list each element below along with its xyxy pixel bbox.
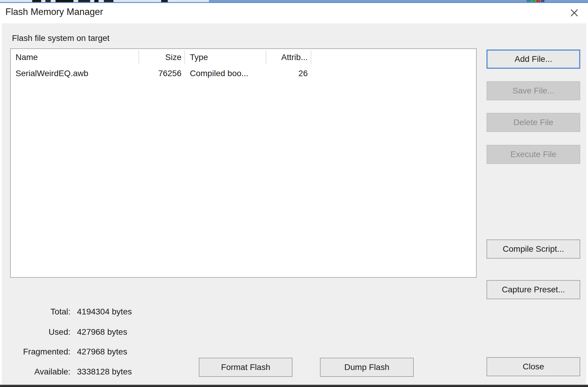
stat-used-label: Used: [0, 327, 70, 337]
artifact-fragment [56, 0, 73, 2]
close-button[interactable] [566, 5, 583, 21]
column-header-size[interactable]: Size [139, 49, 185, 66]
artifact-fragment [161, 0, 168, 2]
add-file-button[interactable]: Add File... [487, 50, 580, 69]
file-list-group-label: Flash file system on target [12, 33, 110, 43]
artifact-fragment [532, 0, 535, 2]
cell-file-size: 76256 [139, 69, 185, 78]
table-row[interactable]: SerialWeirdEQ.awb 76256 Compiled boo... … [11, 66, 476, 81]
column-header-attrib[interactable]: Attrib... [266, 49, 311, 66]
column-header-type[interactable]: Type [185, 49, 266, 66]
cell-file-type: Compiled boo... [185, 69, 266, 78]
artifact-fragment [94, 0, 98, 2]
compile-script-button[interactable]: Compile Script... [487, 239, 580, 259]
artifact-blue-line [0, 2, 588, 3]
close-dialog-button[interactable]: Close [487, 357, 580, 376]
delete-file-button[interactable]: Delete File [487, 113, 580, 132]
cell-file-attrib: 26 [266, 69, 311, 78]
bottom-window-edge [0, 385, 588, 387]
execute-file-button[interactable]: Execute File [487, 145, 580, 164]
artifact-fragment [32, 0, 41, 2]
stat-total-value: 4194304 bytes [77, 307, 132, 317]
column-header-filler [311, 49, 476, 66]
stat-available-value: 3338128 bytes [77, 367, 132, 377]
stat-fragmented: Fragmented: 427968 bytes [0, 347, 127, 357]
title-bar: Flash Memory Manager [0, 3, 588, 23]
column-header-name[interactable]: Name [11, 49, 139, 66]
stat-available-label: Available: [0, 367, 70, 377]
close-icon [568, 7, 580, 19]
stat-used-value: 427968 bytes [77, 327, 127, 337]
dump-flash-button[interactable]: Dump Flash [320, 358, 414, 377]
stat-fragmented-label: Fragmented: [0, 347, 70, 357]
save-file-button[interactable]: Save File... [487, 81, 580, 100]
artifact-fragment [536, 0, 540, 2]
artifact-fragment [527, 0, 531, 2]
window-title: Flash Memory Manager [5, 7, 103, 17]
artifact-fragment [45, 0, 51, 2]
stat-total-label: Total: [0, 307, 70, 317]
file-list[interactable]: Name Size Type Attrib... SerialWeirdEQ.a… [10, 48, 477, 278]
artifact-fragment [541, 0, 544, 2]
format-flash-button[interactable]: Format Flash [199, 358, 293, 377]
background-window-artifacts [0, 0, 588, 3]
file-list-header: Name Size Type Attrib... [11, 49, 476, 66]
stat-available: Available: 3338128 bytes [0, 367, 132, 377]
cell-file-name: SerialWeirdEQ.awb [11, 69, 139, 78]
stat-total: Total: 4194304 bytes [0, 307, 132, 317]
capture-preset-button[interactable]: Capture Preset... [487, 280, 580, 299]
artifact-fragment [104, 0, 113, 2]
artifact-fragment [78, 0, 90, 2]
stat-fragmented-value: 427968 bytes [77, 347, 127, 357]
stat-used: Used: 427968 bytes [0, 327, 127, 337]
